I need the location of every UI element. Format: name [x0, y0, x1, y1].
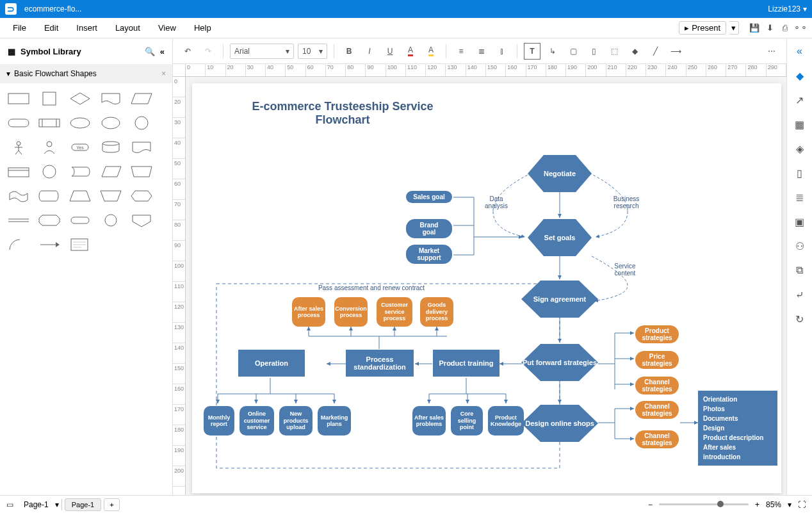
shape-octagon[interactable] [36, 210, 63, 231]
node-monthly[interactable]: Monthly report [204, 406, 234, 436]
shape-arrow[interactable] [36, 234, 63, 255]
data-icon[interactable]: ≣ [792, 190, 808, 205]
shape-document[interactable] [97, 88, 124, 109]
history-icon[interactable]: ↻ [792, 311, 808, 327]
share-icon[interactable]: ⚬⚬ [793, 20, 808, 36]
zoom-slider[interactable] [659, 503, 749, 505]
highlight-button[interactable]: A [423, 43, 439, 60]
menu-file[interactable]: File [4, 23, 35, 33]
node-aftersales[interactable]: After sales process [292, 297, 325, 327]
pill-channelstrat3[interactable]: Channel strategies [635, 430, 679, 448]
shape-circle[interactable] [128, 113, 155, 133]
align-center-button[interactable]: ≣ [473, 43, 490, 60]
shape-wave[interactable] [5, 186, 32, 206]
menu-help[interactable]: Help [185, 23, 220, 33]
copy-icon[interactable]: ⧉ [792, 263, 808, 278]
shape-trap[interactable] [97, 161, 124, 182]
shape-note[interactable] [67, 234, 93, 255]
tree-icon[interactable]: ⚇ [792, 238, 808, 254]
fullscreen-icon[interactable]: ⛶ [798, 500, 806, 509]
node-training[interactable]: Product training [433, 350, 499, 377]
shape-db[interactable] [36, 186, 63, 206]
shape-ellipse[interactable] [67, 113, 93, 133]
node-processstd[interactable]: Process standardization [346, 350, 414, 377]
shape-shield[interactable] [128, 210, 155, 231]
menu-insert[interactable]: Insert [67, 23, 106, 33]
page-dropdown[interactable]: Page-1 [20, 500, 53, 509]
node-conversion[interactable]: Conversion process [334, 297, 368, 327]
zoom-out-button[interactable]: − [648, 500, 653, 509]
undo-button[interactable]: ↶ [179, 43, 196, 60]
shape-rectangle[interactable] [5, 88, 32, 109]
line-button[interactable]: ╱ [647, 43, 663, 60]
shape-trapezoid2[interactable] [97, 186, 124, 206]
shape-yes-pill[interactable]: Yes [67, 137, 93, 158]
line-style-button[interactable]: ⟶ [667, 43, 684, 60]
shape-ellipse2[interactable] [97, 113, 124, 133]
node-operation[interactable]: Operation [238, 350, 305, 377]
collapse-left-icon[interactable]: « [160, 47, 165, 56]
menu-layout[interactable]: Layout [106, 23, 149, 33]
node-customer[interactable]: Customer service process [377, 297, 412, 327]
shape-cylinder2[interactable] [67, 161, 93, 182]
node-core[interactable]: Core selling point [451, 406, 483, 436]
picture-icon[interactable]: ▣ [792, 214, 808, 229]
node-negotiate[interactable]: Negotiate [528, 155, 592, 192]
back-icon[interactable]: ⤶ [792, 287, 808, 302]
shape-card[interactable] [5, 161, 32, 182]
node-newprod[interactable]: New products upload [279, 406, 313, 436]
image-button[interactable]: ▢ [565, 43, 581, 60]
pill-marketsupport[interactable]: Market support [406, 245, 452, 264]
font-color-button[interactable]: A [402, 43, 419, 60]
valign-button[interactable]: ⫿ [494, 43, 510, 60]
shape-trap2[interactable] [128, 161, 155, 182]
node-sign[interactable]: Sign agreement [521, 281, 598, 318]
shape-arc[interactable] [5, 234, 32, 255]
slide-icon[interactable]: ▯ [792, 165, 808, 181]
shapes-section-header[interactable]: ▾ Basic Flowchart Shapes × [0, 64, 172, 83]
shape-circle2[interactable] [36, 161, 63, 182]
shape-parallelogram[interactable] [128, 88, 155, 109]
text-tool-button[interactable]: T [524, 43, 540, 60]
chevron-down-icon[interactable]: ▾ [788, 500, 792, 509]
node-setgoals[interactable]: Set goals [528, 219, 592, 256]
layers-icon[interactable]: ◈ [792, 141, 808, 156]
add-page-button[interactable]: + [104, 498, 119, 511]
collapse-right-icon[interactable]: « [792, 44, 808, 59]
canvas[interactable]: 0102030405060708090100110120130140150160… [173, 64, 786, 495]
redo-button[interactable]: ↷ [200, 43, 216, 60]
italic-button[interactable]: I [361, 43, 378, 60]
pages-icon[interactable]: ▭ [6, 500, 13, 509]
shape-diamond[interactable] [67, 88, 93, 109]
present-button[interactable]: ▸ Present [679, 21, 726, 35]
search-icon[interactable]: 🔍 [145, 47, 155, 56]
page-tab-1[interactable]: Page-1 [65, 498, 101, 511]
shape-rounded[interactable] [5, 113, 32, 133]
font-dropdown[interactable]: Arial▾ [230, 44, 294, 59]
download-icon[interactable]: ⬇ [762, 20, 777, 36]
shape-square[interactable] [36, 88, 63, 109]
shape-line[interactable] [5, 210, 32, 231]
align-left-button[interactable]: ≡ [453, 43, 469, 60]
shape-subprocess[interactable] [36, 113, 63, 133]
node-aftersales2[interactable]: After sales problems [412, 406, 446, 436]
bold-button[interactable]: B [341, 43, 357, 60]
pill-channelstrat[interactable]: Channel strategies [635, 377, 679, 395]
pill-salesgoal[interactable]: Sales goal [406, 191, 452, 203]
shape-person[interactable] [36, 137, 63, 158]
node-list[interactable]: Orientation Photos Documents Design Prod… [698, 391, 777, 466]
user-menu[interactable]: Lizzie123 ▾ [768, 4, 807, 13]
pill-brandgoal[interactable]: Brand goal [406, 219, 452, 238]
pill-prodstrat[interactable]: Product strategies [635, 325, 679, 343]
shape-cylinder[interactable] [97, 137, 124, 158]
shape-stadium[interactable] [67, 210, 93, 231]
connector-button[interactable]: ↳ [544, 43, 561, 60]
font-size-dropdown[interactable]: 10▾ [298, 44, 327, 59]
zoom-in-button[interactable]: + [755, 500, 759, 509]
close-icon[interactable]: × [161, 69, 166, 78]
present-dropdown[interactable]: ▾ [729, 21, 739, 35]
shape-trapezoid[interactable] [67, 186, 93, 206]
grid-icon[interactable]: ▦ [792, 117, 808, 132]
fill-button[interactable]: ◆ [626, 43, 643, 60]
export-icon[interactable]: ↗ [792, 92, 808, 108]
